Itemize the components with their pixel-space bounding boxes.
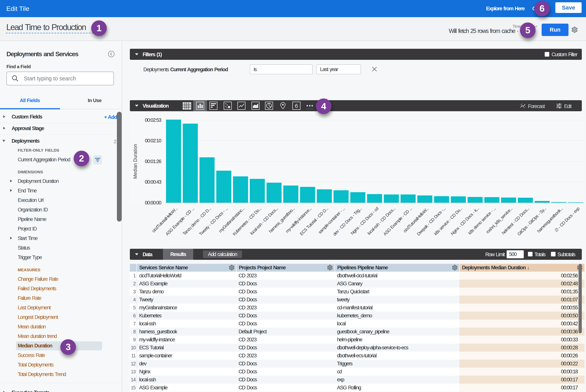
svg-text:6: 6 <box>295 103 298 109</box>
